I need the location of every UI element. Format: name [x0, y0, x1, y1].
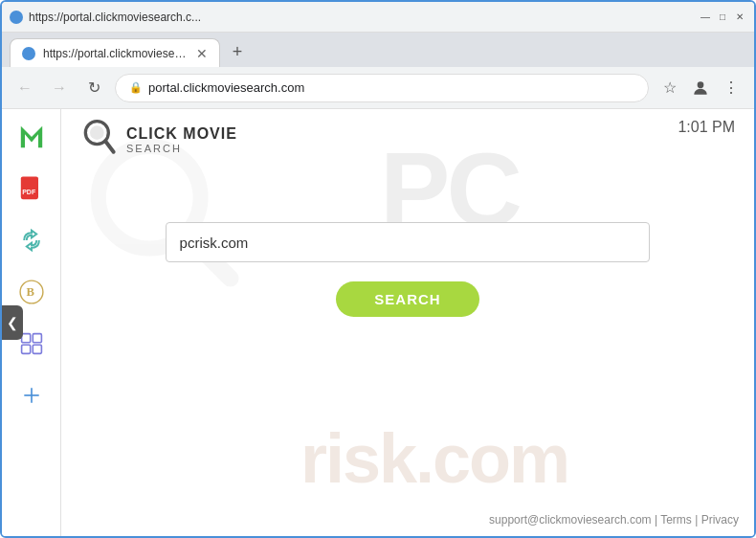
- svg-line-14: [105, 141, 114, 151]
- svg-point-0: [698, 81, 704, 88]
- watermark-risk: risk.com: [300, 419, 568, 498]
- svg-text:B: B: [26, 285, 34, 299]
- sidebar-item-add-app[interactable]: [13, 377, 50, 414]
- support-email-link[interactable]: support@clickmoviesearch.com: [489, 513, 652, 527]
- lock-icon: 🔒: [129, 81, 143, 94]
- sidebar-item-pdf-app[interactable]: PDF: [13, 170, 50, 207]
- reload-button[interactable]: ↻: [80, 75, 107, 101]
- svg-rect-9: [33, 345, 41, 353]
- sidebar-item-arrows-app[interactable]: [13, 222, 50, 258]
- window-controls: — □ ✕: [699, 11, 746, 24]
- address-bar: ← → ↻ 🔒 portal.clickmoviesearch.com ☆ ⋮: [2, 67, 754, 109]
- svg-rect-7: [33, 334, 41, 343]
- logo-area: CLICK MOVIE SEARCH: [80, 117, 237, 163]
- tab-close-button[interactable]: ✕: [196, 47, 208, 60]
- tab-bar: https://portal.clickmoviesearch.c... ✕ +: [2, 33, 754, 67]
- menu-button[interactable]: ⋮: [718, 75, 745, 101]
- active-tab[interactable]: https://portal.clickmoviesearch.c... ✕: [10, 38, 220, 67]
- page-content: PDF B: [2, 109, 754, 536]
- search-input[interactable]: [166, 222, 651, 262]
- address-input[interactable]: 🔒 portal.clickmoviesearch.com: [115, 74, 649, 102]
- maximize-button[interactable]: □: [716, 11, 729, 24]
- browser-frame: https://portal.clickmoviesearch.c... — □…: [0, 0, 756, 538]
- close-button[interactable]: ✕: [733, 11, 746, 24]
- tab-title-text: https://portal.clickmoviesearch.c...: [29, 11, 201, 24]
- terms-link[interactable]: Terms: [660, 513, 692, 527]
- svg-text:PDF: PDF: [22, 189, 36, 195]
- browser-right-icons: ☆ ⋮: [656, 75, 745, 101]
- sidebar-toggle-button[interactable]: ❮: [2, 305, 23, 340]
- page-footer: support@clickmoviesearch.com | Terms | P…: [489, 513, 739, 527]
- tab-favicon: [22, 47, 35, 60]
- svg-marker-1: [20, 126, 41, 147]
- privacy-link[interactable]: Privacy: [701, 513, 739, 527]
- svg-rect-8: [21, 345, 30, 353]
- logo-brand-sub: SEARCH: [126, 143, 237, 154]
- minimize-button[interactable]: —: [699, 11, 712, 24]
- title-bar: https://portal.clickmoviesearch.c... — □…: [2, 2, 754, 33]
- new-tab-button[interactable]: +: [224, 38, 251, 65]
- logo-text: CLICK MOVIE SEARCH: [126, 125, 237, 154]
- bookmark-button[interactable]: ☆: [656, 75, 683, 101]
- profile-button[interactable]: [687, 75, 714, 101]
- tab-favicon-small: [10, 11, 23, 24]
- logo-brand-name: CLICK MOVIE: [126, 125, 237, 143]
- search-area: SEARCH: [166, 222, 651, 317]
- time-display: 1:01 PM: [678, 119, 735, 136]
- sidebar-item-m-app[interactable]: [13, 119, 50, 155]
- tab-title: https://portal.clickmoviesearch.c...: [43, 47, 189, 60]
- main-area: 1:01 PM CLICK MOVIE SEARCH: [61, 109, 754, 536]
- forward-button[interactable]: →: [46, 75, 73, 101]
- url-text: portal.clickmoviesearch.com: [148, 80, 304, 95]
- logo-icon: [80, 117, 119, 163]
- back-button[interactable]: ←: [11, 75, 38, 101]
- search-button[interactable]: SEARCH: [336, 281, 478, 317]
- svg-point-13: [90, 125, 104, 140]
